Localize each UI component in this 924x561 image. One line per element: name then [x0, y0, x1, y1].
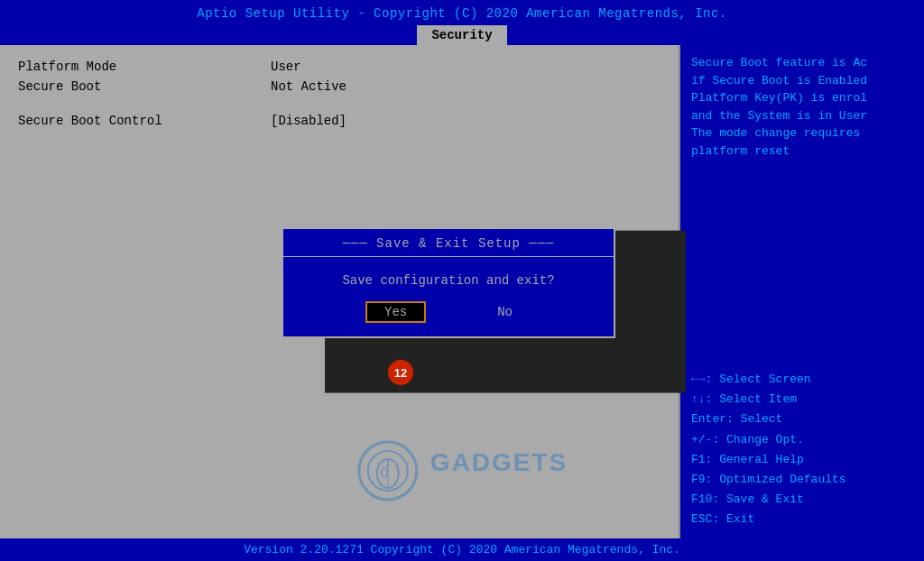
- setting-row-platform-mode: Platform Mode User: [18, 60, 661, 74]
- setting-row-secure-boot-control[interactable]: Secure Boot Control [Disabled]: [18, 114, 661, 128]
- platform-mode-value: User: [271, 60, 301, 74]
- top-bar: Aptio Setup Utility - Copyright (C) 2020…: [0, 0, 924, 45]
- left-panel: Platform Mode User Secure Boot Not Activ…: [0, 45, 679, 538]
- key-f9: F9: Optimized Defaults: [691, 470, 913, 490]
- key-esc: ESC: Exit: [691, 510, 913, 529]
- key-enter: Enter: Select: [691, 409, 913, 429]
- setting-row-secure-boot: Secure Boot Not Active: [18, 79, 661, 94]
- secure-boot-value: Not Active: [271, 79, 346, 94]
- tab-bar: Security: [0, 25, 924, 45]
- main-area: Platform Mode User Secure Boot Not Activ…: [0, 45, 924, 538]
- key-select-screen: ←→: Select Screen: [691, 370, 913, 390]
- platform-mode-label: Platform Mode: [18, 60, 271, 74]
- footer-text: Version 2.20.1271 Copyright (C) 2020 Ame…: [244, 543, 680, 556]
- top-title: Aptio Setup Utility - Copyright (C) 2020…: [0, 4, 924, 23]
- key-help: ←→: Select Screen ↑↓: Select Item Enter:…: [691, 370, 913, 529]
- secure-boot-control-value: [Disabled]: [271, 114, 346, 128]
- right-panel: Secure Boot feature is Acif Secure Boot …: [680, 45, 924, 538]
- secure-boot-control-label: Secure Boot Control: [18, 114, 271, 128]
- help-text: Secure Boot feature is Acif Secure Boot …: [691, 54, 913, 160]
- key-f1: F1: General Help: [691, 450, 913, 470]
- key-select-item: ↑↓: Select Item: [691, 390, 913, 409]
- step-badge: 12: [388, 360, 413, 385]
- active-tab[interactable]: Security: [417, 25, 506, 45]
- secure-boot-label: Secure Boot: [18, 79, 271, 94]
- key-change-opt: +/-: Change Opt.: [691, 430, 913, 450]
- key-f10: F10: Save & Exit: [691, 490, 913, 510]
- bottom-bar: Version 2.20.1271 Copyright (C) 2020 Ame…: [0, 538, 924, 561]
